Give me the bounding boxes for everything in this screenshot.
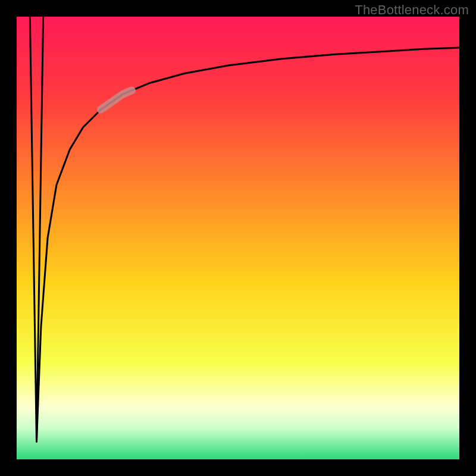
chart-container: TheBottleneck.com <box>0 0 476 476</box>
chart-background <box>17 17 459 459</box>
chart-svg <box>0 0 476 476</box>
watermark-text: TheBottleneck.com <box>355 2 469 18</box>
